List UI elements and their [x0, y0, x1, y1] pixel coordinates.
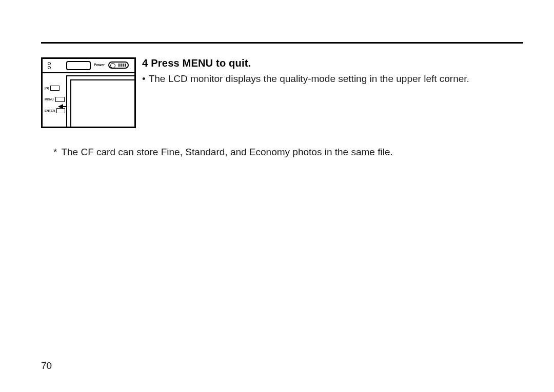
camera-top-panel: Power	[43, 59, 134, 73]
io-label: |O|	[45, 87, 49, 90]
step-title: Press MENU to quit.	[151, 57, 251, 69]
section-divider	[41, 42, 523, 44]
page-number: 70	[41, 360, 52, 372]
step-text: 4Press MENU to quit. • The LCD monitor d…	[142, 57, 523, 128]
step-bullet: • The LCD monitor displays the quality-m…	[142, 72, 523, 86]
bullet-text: The LCD monitor displays the quality-mod…	[149, 72, 469, 86]
io-button-icon	[50, 86, 60, 91]
rear-lcd-frame	[66, 75, 134, 127]
menu-button-icon	[55, 97, 65, 102]
footnote: * The CF card can store Fine, Standard, …	[41, 147, 523, 158]
footnote-marker: *	[53, 147, 57, 158]
step-heading: 4Press MENU to quit.	[142, 57, 523, 69]
footnote-text: The CF card can store Fine, Standard, an…	[61, 147, 392, 158]
top-lcd-icon	[66, 61, 91, 70]
rear-lcd-inner	[70, 79, 134, 127]
manual-page: Power |O| MENU ENTER 4Press MENU to quit…	[0, 0, 554, 392]
enter-label: ENTER	[45, 109, 55, 112]
camera-illustration: Power |O| MENU ENTER	[41, 57, 136, 128]
power-label: Power	[94, 63, 105, 67]
step-row: Power |O| MENU ENTER 4Press MENU to quit…	[41, 57, 523, 128]
side-buttons: |O| MENU ENTER	[45, 85, 65, 118]
bullet-dot-icon: •	[142, 72, 146, 86]
step-number: 4	[142, 57, 148, 69]
menu-label: MENU	[45, 98, 54, 101]
power-switch-icon	[108, 61, 129, 69]
